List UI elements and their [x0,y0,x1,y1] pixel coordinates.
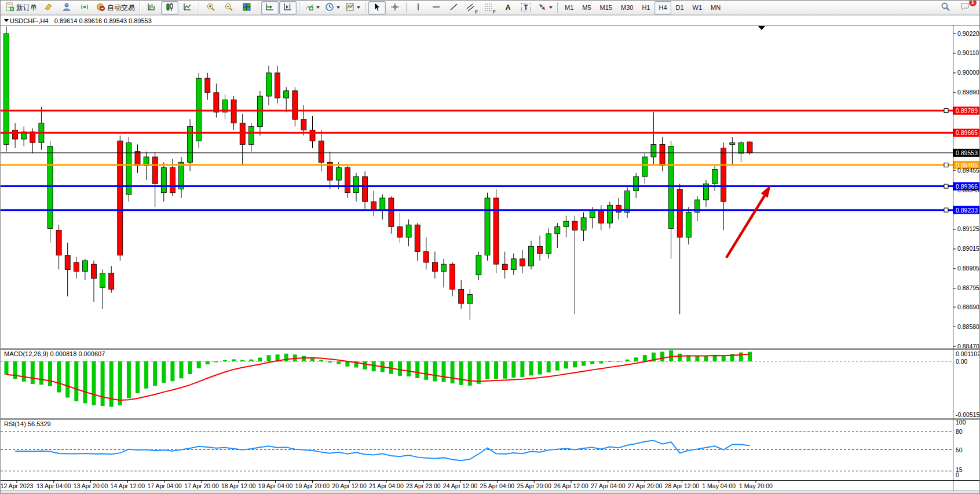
macd-histogram-bar [57,361,61,392]
hline-handle[interactable] [944,208,948,212]
candle-body [686,213,691,237]
profile-button[interactable] [58,1,75,14]
hline-handle[interactable] [944,163,948,167]
candle-body [406,225,411,237]
indicators-button[interactable] [302,1,322,14]
date-axis[interactable]: 12 Apr 202313 Apr 04:0013 Apr 20:0014 Ap… [1,481,773,489]
tf-D1[interactable]: D1 [672,1,688,14]
zoom-in-icon [206,2,215,13]
crosshair-button[interactable] [386,1,404,14]
macd-histogram-bar [529,361,533,375]
tf-M5[interactable]: M5 [578,1,595,14]
macd-histogram-bar [65,361,70,397]
candle-body [389,198,394,226]
auto-trading-button[interactable]: 自动交易 [94,1,137,14]
macd-histogram-bar [22,361,26,382]
new-order-button[interactable]: 新订单 [3,1,39,14]
hline-handle[interactable] [944,184,948,188]
price-tick-label: 0.89015 [957,245,979,252]
auto-scroll-button[interactable] [261,1,279,14]
periods-button[interactable] [323,1,342,14]
candle-body [170,167,175,192]
macd-histogram-bar [415,361,419,378]
price-tick-label: 0.88795 [957,284,979,291]
chart-canvas[interactable]: 0.897890.896650.895530.894850.893660.892… [1,1,980,494]
equidistant-channel-button[interactable]: E [463,1,481,14]
candle-body [65,255,70,270]
candle-body [642,157,648,177]
candle-body [660,144,665,166]
candlestick-button[interactable] [161,1,178,14]
toolbar-separator [557,2,558,13]
text-tool-button[interactable]: A [499,1,517,14]
candle-body [109,273,114,290]
templates-button[interactable] [343,1,363,14]
tf-M30[interactable]: M30 [617,1,637,14]
tf-H1[interactable]: H1 [638,1,654,14]
tf-MN[interactable]: MN [707,1,725,14]
date-label: 12 Apr 2023 [1,482,33,489]
macd-histogram-bar [337,361,341,364]
chart-background[interactable] [1,25,980,491]
tip-of-day-button[interactable] [40,1,57,14]
fibonacci-button[interactable]: F [481,1,499,14]
macd-histogram-bar [494,361,498,379]
macd-histogram-bar [109,361,114,407]
auto-trading-label: 自动交易 [107,3,135,13]
bar-chart-button[interactable] [143,1,160,14]
macd-histogram-bar [363,361,367,369]
horizontal-line-button[interactable] [427,1,445,14]
candle-body [555,226,560,233]
signals-button[interactable] [76,1,93,14]
symbol-dropdown[interactable]: USDCHF-,H4 [4,17,49,24]
candle-body [319,141,324,162]
tf-M1[interactable]: M1 [561,1,577,14]
macd-histogram-bar [267,355,271,361]
text-label-button[interactable]: T [517,1,535,14]
candle-body [336,167,341,180]
window-bottom-strip [1,491,980,494]
price-tick-label: 0.90000 [957,69,979,76]
macd-histogram-bar [232,359,236,361]
cursor-button[interactable] [368,1,386,14]
candle-body [432,262,437,271]
tf-W1[interactable]: W1 [689,1,707,14]
timeframe-bar: M1M5M15M30H1H4D1W1MN [561,1,725,14]
candle-body [450,264,455,289]
fibonacci-sub-glyph: F [493,10,495,14]
date-label: 25 Apr 04:00 [480,482,515,489]
candle-body [747,142,752,153]
candle-body [4,34,9,144]
chart-shift-button[interactable] [279,1,297,14]
tf-H4[interactable]: H4 [654,1,671,14]
macd-histogram-bar [101,361,105,406]
candle-body [668,146,674,228]
indicators-dropdown-caret[interactable] [316,6,320,9]
candle-body [74,262,79,271]
periods-dropdown-caret[interactable] [337,6,340,9]
tile-windows-icon [242,2,251,13]
macd-histogram-bar [372,361,376,371]
tile-windows-button[interactable] [238,1,255,14]
search-button[interactable] [937,1,954,14]
line-chart-button[interactable] [179,1,196,14]
notifications-button[interactable]: 1 [956,1,974,14]
arrows-dropdown-caret[interactable] [549,6,553,9]
tf-M15[interactable]: M15 [596,1,616,14]
macd-histogram-bar [451,361,455,383]
zoom-out-button[interactable] [220,1,237,14]
channel-icon [466,2,474,13]
templates-dropdown-caret[interactable] [357,6,360,9]
zoom-out-icon [224,2,233,13]
hline-handle[interactable] [944,109,948,113]
zoom-in-button[interactable] [202,1,220,14]
candle-body [415,225,420,251]
trendline-button[interactable] [445,1,463,14]
vertical-line-button[interactable] [409,1,427,14]
candle-body [205,78,210,93]
arrows-tool-button[interactable] [535,1,555,14]
candle-body [354,177,359,193]
text-tool-icon: A [506,4,511,11]
candle-body [730,142,735,144]
candle-body [564,221,569,226]
